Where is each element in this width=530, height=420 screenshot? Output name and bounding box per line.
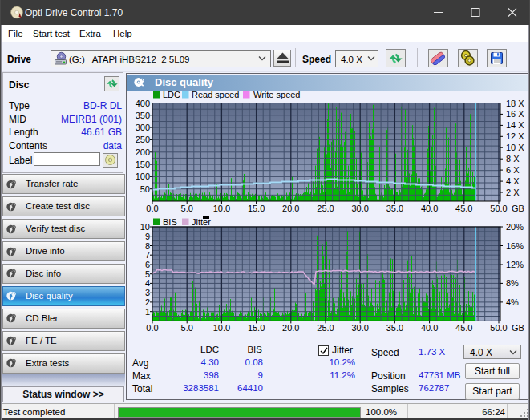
svg-text:35.0: 35.0 (386, 323, 403, 333)
svg-text:150: 150 (136, 160, 150, 169)
svg-text:45.0: 45.0 (455, 204, 472, 213)
svg-text:8: 8 (145, 241, 150, 251)
svg-text:25.0: 25.0 (317, 323, 334, 333)
svg-text:25.0: 25.0 (317, 204, 334, 213)
svg-text:15.0: 15.0 (248, 323, 265, 333)
svg-text:10.0: 10.0 (213, 204, 230, 213)
svg-text:6 X: 6 X (506, 165, 520, 175)
svg-text:35.0: 35.0 (386, 204, 403, 213)
svg-text:200: 200 (136, 147, 150, 157)
svg-text:1: 1 (145, 307, 150, 317)
svg-text:8 X: 8 X (506, 154, 520, 164)
svg-text:20%: 20% (506, 222, 524, 232)
svg-text:14 X: 14 X (506, 120, 524, 130)
svg-text:300: 300 (136, 123, 150, 132)
svg-text:10 X: 10 X (506, 143, 524, 152)
svg-text:GB: GB (512, 204, 524, 213)
svg-text:8%: 8% (506, 278, 519, 288)
svg-text:12 X: 12 X (506, 131, 524, 141)
svg-text:Write speed: Write speed (253, 90, 301, 99)
svg-text:7: 7 (145, 250, 150, 260)
svg-text:10: 10 (140, 222, 150, 232)
svg-text:16%: 16% (506, 241, 524, 251)
svg-text:40.0: 40.0 (421, 323, 438, 333)
svg-text:350: 350 (136, 111, 150, 120)
svg-text:0.0: 0.0 (146, 204, 158, 213)
svg-text:50: 50 (140, 184, 150, 194)
svg-text:16 X: 16 X (506, 109, 524, 119)
svg-text:4 X: 4 X (506, 176, 520, 186)
svg-text:2 X: 2 X (506, 188, 520, 197)
svg-text:100: 100 (136, 172, 150, 181)
svg-text:18 X: 18 X (506, 99, 524, 108)
svg-text:40.0: 40.0 (421, 204, 438, 213)
svg-text:2: 2 (145, 297, 150, 307)
svg-text:250: 250 (136, 135, 150, 144)
svg-text:400: 400 (136, 99, 150, 108)
svg-text:50.0: 50.0 (490, 204, 507, 213)
svg-text:BIS: BIS (163, 217, 177, 227)
svg-text:4%: 4% (506, 297, 519, 307)
svg-text:20.0: 20.0 (282, 204, 299, 213)
svg-text:0.0: 0.0 (146, 323, 158, 333)
svg-text:15.0: 15.0 (248, 204, 265, 213)
svg-text:20.0: 20.0 (282, 323, 299, 333)
svg-text:6: 6 (145, 260, 150, 269)
svg-text:45.0: 45.0 (455, 323, 472, 333)
svg-text:Read speed: Read speed (192, 90, 239, 99)
svg-text:9: 9 (145, 232, 150, 241)
svg-text:30.0: 30.0 (351, 204, 368, 213)
svg-text:LDC: LDC (163, 90, 180, 99)
svg-text:50.0: 50.0 (490, 323, 507, 333)
svg-text:4: 4 (145, 278, 150, 288)
svg-text:5: 5 (145, 269, 150, 279)
svg-text:5.0: 5.0 (181, 323, 193, 333)
svg-text:12%: 12% (506, 260, 524, 269)
svg-text:10.0: 10.0 (213, 323, 230, 333)
svg-text:GB: GB (512, 323, 524, 333)
svg-text:30.0: 30.0 (351, 323, 368, 333)
svg-text:5.0: 5.0 (181, 204, 193, 213)
svg-text:3: 3 (145, 288, 150, 297)
